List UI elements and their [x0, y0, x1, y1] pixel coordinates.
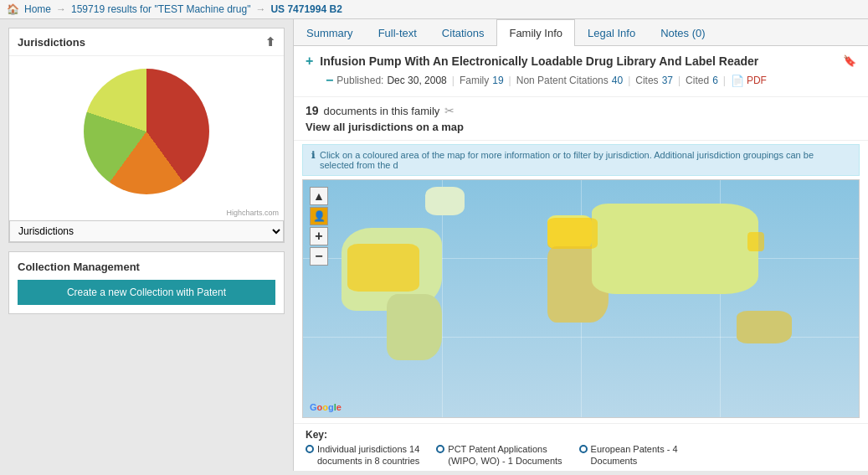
pdf-icon: 📄: [731, 75, 744, 87]
key-dot-individual: [306, 445, 314, 453]
home-icon: 🏠: [7, 3, 19, 15]
family-label: Family: [460, 75, 489, 86]
pdf-label: PDF: [747, 75, 767, 86]
bookmark-icon[interactable]: 🔖: [843, 54, 856, 67]
family-count[interactable]: 19: [492, 75, 503, 86]
sidebar: Jurisdictions ⬆ Highcharts.com Jurisdict…: [0, 19, 293, 471]
non-patent-label: Non Patent Citations: [516, 75, 609, 86]
results-link[interactable]: 159719 results for "TEST Machine drug": [71, 3, 250, 15]
key-text-individual-2: documents in 8 countries: [306, 456, 419, 466]
watch-icon[interactable]: ✂: [444, 104, 455, 117]
family-docs-label: documents in this family: [324, 105, 440, 117]
grid-line: [442, 180, 443, 417]
key-text-individual-1: Individual jurisdictions 14: [317, 444, 419, 454]
google-logo: Google: [310, 402, 342, 412]
patent-id: US 7471994 B2: [270, 3, 342, 15]
family-docs-row: 19 documents in this family ✂: [306, 104, 856, 117]
info-banner: ℹ Click on a coloured area of the map fo…: [302, 144, 860, 176]
usa-highlight[interactable]: [347, 244, 419, 292]
map-zoom-out[interactable]: −: [310, 247, 328, 266]
collection-section: Collection Management Create a new Colle…: [8, 251, 285, 314]
info-icon: ℹ: [311, 150, 315, 161]
cited-count[interactable]: 6: [712, 75, 718, 86]
tabs-bar: Summary Full-text Citations Family Info …: [294, 19, 868, 46]
expand-icon[interactable]: +: [306, 54, 313, 68]
jurisdictions-header: Jurisdictions ⬆: [9, 28, 284, 56]
tab-citations[interactable]: Citations: [429, 19, 497, 46]
south-america-shape: [387, 294, 442, 360]
content-panel: Summary Full-text Citations Family Info …: [293, 19, 868, 471]
tab-family-info[interactable]: Family Info: [496, 19, 575, 46]
arrow-separator: →: [56, 3, 66, 15]
europe-highlight[interactable]: [547, 218, 598, 249]
patent-title-row: + Infusion Pump With An Electronically L…: [306, 54, 856, 68]
pie-chart: [84, 69, 209, 194]
upload-icon[interactable]: ⬆: [265, 35, 275, 49]
key-text-pct-1: PCT Patent Applications: [448, 444, 547, 454]
cites-label: Cites: [635, 75, 658, 86]
info-text: Click on a coloured area of the map for …: [320, 150, 850, 170]
published-label: Published:: [336, 75, 383, 86]
patent-meta: − Published: Dec 30, 2008 | Family 19 | …: [306, 73, 856, 88]
key-text-pct-2: (WIPO, WO) - 1 Documents: [436, 456, 562, 466]
australia-shape: [737, 311, 792, 344]
key-dot-european: [579, 445, 588, 453]
breadcrumb: 🏠 Home → 159719 results for "TEST Machin…: [0, 0, 868, 19]
key-text-european-1: European Patents - 4: [591, 444, 678, 454]
tab-fulltext[interactable]: Full-text: [366, 19, 429, 46]
key-item-european: European Patents - 4 Documents: [579, 444, 678, 466]
key-label: Key:: [306, 429, 856, 441]
greenland-shape: [425, 187, 464, 215]
key-item-pct: PCT Patent Applications (WIPO, WO) - 1 D…: [436, 444, 562, 466]
arrow-separator-2: →: [255, 3, 265, 15]
tab-notes[interactable]: Notes (0): [648, 19, 717, 46]
home-link[interactable]: Home: [24, 3, 51, 15]
map-zoom-in[interactable]: +: [310, 227, 328, 245]
chart-credit: Highcharts.com: [9, 207, 284, 220]
map-container[interactable]: ▲ 👤 + − Google: [302, 179, 860, 418]
key-section: Key: Individual jurisdictions 14 documen…: [294, 423, 868, 471]
family-info-section: 19 documents in this family ✂ View all j…: [294, 97, 868, 141]
chart-container: [9, 56, 284, 207]
map-person-icon[interactable]: 👤: [310, 207, 328, 225]
jurisdiction-select[interactable]: Jurisdictions: [9, 220, 284, 242]
tab-summary[interactable]: Summary: [294, 19, 366, 46]
non-patent-count[interactable]: 40: [612, 75, 623, 86]
create-collection-button[interactable]: Create a new Collection with Patent: [18, 280, 275, 305]
cites-count[interactable]: 37: [662, 75, 673, 86]
japan-highlight[interactable]: [747, 232, 764, 251]
world-map: ▲ 👤 + − Google: [303, 180, 859, 417]
key-text-european-2: Documents: [579, 456, 678, 466]
jurisdictions-section: Jurisdictions ⬆ Highcharts.com Jurisdict…: [8, 28, 285, 243]
key-item-individual: Individual jurisdictions 14 documents in…: [306, 444, 419, 466]
view-map-link[interactable]: View all jurisdictions on a map: [306, 121, 464, 133]
pdf-link[interactable]: 📄 PDF: [731, 75, 767, 87]
main-layout: Jurisdictions ⬆ Highcharts.com Jurisdict…: [0, 19, 868, 471]
patent-title: Infusion Pump With An Electronically Loa…: [320, 54, 836, 68]
asia-shape: [592, 204, 758, 294]
published-date: Dec 30, 2008: [387, 75, 446, 86]
patent-info: + Infusion Pump With An Electronically L…: [294, 46, 868, 97]
key-dot-pct: [436, 445, 444, 453]
map-controls: ▲ 👤 + −: [310, 187, 328, 266]
cited-label: Cited: [686, 75, 709, 86]
jurisdictions-title: Jurisdictions: [18, 36, 85, 49]
key-items: Individual jurisdictions 14 documents in…: [306, 444, 856, 466]
collection-title: Collection Management: [18, 261, 275, 273]
map-nav-up[interactable]: ▲: [310, 187, 328, 205]
tab-legal-info[interactable]: Legal Info: [575, 19, 648, 46]
collapse-icon[interactable]: −: [326, 73, 333, 88]
family-doc-count: 19: [306, 104, 319, 117]
